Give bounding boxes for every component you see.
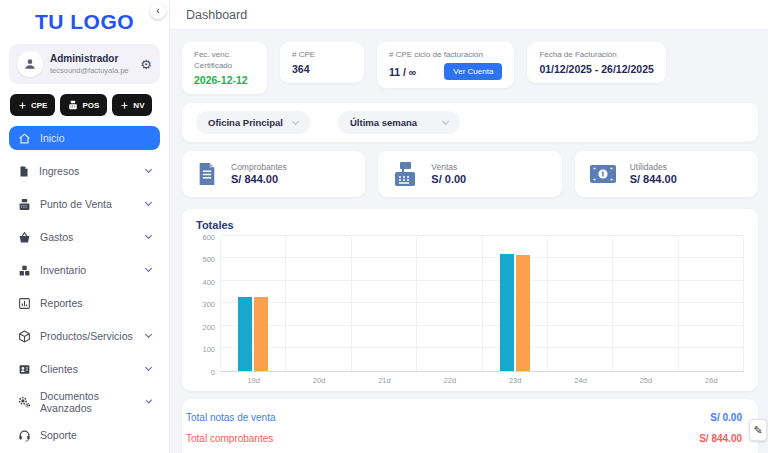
- sidebar: TU LOGO Administrador tecsound@factuyala…: [0, 0, 170, 453]
- stat-value: S/ 844.00: [630, 173, 677, 185]
- total-value: S/ 0.00: [710, 412, 742, 423]
- pos-terminal-icon: [392, 161, 418, 187]
- content: Fec. venc. Certificado 2026-12-12 # CPE …: [170, 30, 768, 453]
- chevron-down-icon: [292, 118, 299, 125]
- total-comprobantes-row: Total comprobantes S/ 844.00: [186, 428, 742, 449]
- chevron-down-icon: [442, 118, 449, 125]
- gridline: [221, 235, 744, 236]
- stat-cards-row: Comprobantes S/ 844.00 Ventas S/ 0.00 Ut…: [182, 151, 758, 197]
- bar-comprobantes[interactable]: [500, 254, 514, 371]
- printer-icon: [68, 100, 78, 110]
- app-logo: TU LOGO: [9, 6, 160, 44]
- home-icon: [18, 132, 31, 145]
- total-label: Total comprobantes: [186, 433, 273, 444]
- y-tick-label: 200: [202, 322, 215, 331]
- sidebar-item-reportes[interactable]: Reportes: [9, 291, 160, 315]
- pencil-icon[interactable]: ✎: [749, 419, 767, 441]
- y-tick-label: 600: [202, 232, 215, 241]
- new-nv-button[interactable]: NV: [112, 94, 152, 116]
- total-value: S/ 844.00: [699, 433, 742, 444]
- plus-icon: [18, 101, 27, 110]
- pos-button[interactable]: POS: [60, 94, 107, 116]
- ver-cuenta-button[interactable]: Ver Cuenta: [444, 63, 502, 80]
- bar-notas[interactable]: [254, 297, 268, 370]
- total-notas-row: Total notas de venta S/ 0.00: [186, 407, 742, 428]
- user-card: Administrador tecsound@factuyala.pe ⚙: [9, 44, 160, 84]
- dashboard-app: TU LOGO Administrador tecsound@factuyala…: [0, 0, 768, 453]
- sidebar-item-gastos[interactable]: Gastos: [9, 225, 160, 249]
- card-label: Fec. venc. Certificado: [194, 50, 255, 72]
- avatar: [17, 51, 43, 77]
- chart-title: Totales: [196, 219, 744, 231]
- card-value: 11 / ∞: [389, 66, 416, 78]
- id-card-icon: [18, 363, 31, 376]
- sidebar-item-documentos-avanzados[interactable]: Documentos Avanzados: [9, 390, 160, 414]
- card-label: # CPE: [292, 50, 352, 61]
- bar-notas[interactable]: [516, 255, 530, 371]
- stat-label: Ventas: [431, 162, 466, 172]
- topbar: Dashboard: [170, 0, 768, 30]
- card-label: # CPE ciclo de facturación: [389, 50, 502, 61]
- stat-value: S/ 844.00: [231, 173, 287, 185]
- utilidades-card: Utilidades S/ 844.00: [575, 151, 758, 197]
- x-tick-label: 23d: [483, 372, 548, 385]
- sidebar-item-inventario[interactable]: Inventario: [9, 258, 160, 282]
- x-tick-label: 22d: [417, 372, 482, 385]
- user-meta: Administrador tecsound@factuyala.pe: [50, 53, 133, 75]
- bar-comprobantes[interactable]: [238, 297, 252, 370]
- sidebar-item-inicio[interactable]: Inicio: [9, 126, 160, 150]
- x-tick-label: 26d: [679, 372, 744, 385]
- chevron-down-icon: [145, 331, 152, 338]
- sidebar-collapse-button[interactable]: ‹: [150, 3, 166, 19]
- total-label: Total notas de venta: [186, 412, 276, 423]
- filters-card: Oficina Principal Última semana: [182, 103, 758, 142]
- person-icon: [23, 57, 37, 71]
- sidebar-menu: Inicio Ingresos Punto de Venta Gastos In…: [9, 126, 160, 453]
- gear-icon[interactable]: ⚙: [140, 57, 152, 72]
- chart-column: [221, 237, 286, 371]
- sidebar-item-ingresos[interactable]: Ingresos: [9, 159, 160, 183]
- x-tick-label: 20d: [286, 372, 351, 385]
- card-value: 01/12/2025 - 26/12/2025: [539, 63, 653, 75]
- totals-chart-card: Totales 0100200300400500600 19d20d21d22d…: [182, 209, 758, 391]
- cpe-cycle-card: # CPE ciclo de facturación 11 / ∞ Ver Cu…: [377, 42, 514, 88]
- certificate-expiry-card: Fec. venc. Certificado 2026-12-12: [182, 42, 267, 94]
- boxes-icon: [18, 264, 31, 277]
- chart-column: [483, 237, 548, 371]
- plus-icon: [120, 101, 129, 110]
- bar-chart-icon: [18, 297, 31, 310]
- chevron-down-icon: [145, 265, 152, 272]
- new-cpe-button[interactable]: CPE: [10, 94, 55, 116]
- card-value: 2026-12-12: [194, 74, 255, 86]
- user-name: Administrador: [50, 53, 133, 66]
- chevron-down-icon: [145, 199, 152, 206]
- x-tick-label: 19d: [221, 372, 286, 385]
- chevron-down-icon: [145, 166, 152, 173]
- sidebar-item-clientes[interactable]: Clientes: [9, 357, 160, 381]
- cash-register-icon: [18, 198, 31, 211]
- chart-column: [679, 237, 744, 371]
- y-tick-label: 0: [211, 367, 215, 376]
- chart-column: [613, 237, 678, 371]
- chevron-down-icon: [145, 397, 152, 404]
- sidebar-item-punto-de-venta[interactable]: Punto de Venta: [9, 192, 160, 216]
- document-icon: [18, 165, 30, 178]
- page-title: Dashboard: [186, 8, 247, 22]
- totals-summary: Total notas de venta S/ 0.00 Total compr…: [182, 399, 758, 453]
- chart-plot: [220, 237, 744, 372]
- sidebar-item-soporte[interactable]: Soporte: [9, 423, 160, 447]
- sidebar-item-productos-servicios[interactable]: Productos/Servicios: [9, 324, 160, 348]
- info-cards-row: Fec. venc. Certificado 2026-12-12 # CPE …: [182, 42, 758, 94]
- banknote-icon: [589, 163, 617, 185]
- stat-value: S/ 0.00: [431, 173, 466, 185]
- y-tick-label: 300: [202, 300, 215, 309]
- ventas-card: Ventas S/ 0.00: [378, 151, 561, 197]
- main-panel: Dashboard Fec. venc. Certificado 2026-12…: [170, 0, 768, 453]
- totals-bar-chart: 0100200300400500600 19d20d21d22d23d24d25…: [196, 237, 744, 385]
- period-select[interactable]: Última semana: [338, 111, 460, 134]
- gears-icon: [18, 396, 31, 409]
- card-label: Fecha de Facturación: [539, 50, 653, 61]
- stat-label: Comprobantes: [231, 162, 287, 172]
- office-select[interactable]: Oficina Principal: [196, 111, 310, 134]
- chart-column: [548, 237, 613, 371]
